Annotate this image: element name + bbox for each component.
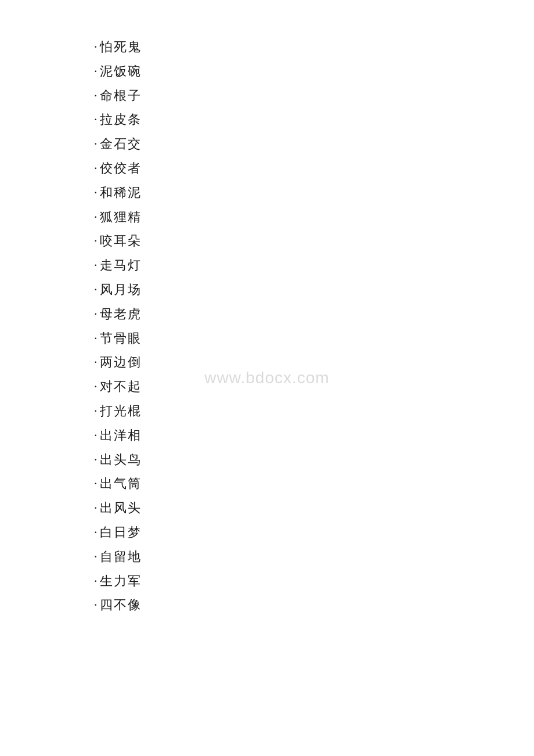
list-item: ·两边倒	[94, 350, 534, 375]
list-item: ·咬耳朵	[94, 229, 534, 253]
bullet-point: ·	[94, 59, 98, 84]
content-list: ·怕死鬼·泥饭碗·命根子·拉皮条·金石交·佼佼者·和稀泥·狐狸精·咬耳朵·走马灯…	[0, 35, 534, 617]
item-text: 佼佼者	[100, 156, 142, 181]
bullet-point: ·	[94, 448, 98, 472]
bullet-point: ·	[94, 375, 98, 399]
bullet-point: ·	[94, 205, 98, 229]
item-text: 咬耳朵	[100, 229, 142, 253]
bullet-point: ·	[94, 84, 98, 108]
bullet-point: ·	[94, 326, 98, 351]
list-item: ·命根子	[94, 84, 534, 108]
item-text: 两边倒	[100, 350, 142, 375]
list-item: ·风月场	[94, 278, 534, 302]
item-text: 节骨眼	[100, 326, 142, 351]
bullet-point: ·	[94, 520, 98, 545]
item-text: 打光棍	[100, 399, 142, 423]
bullet-point: ·	[94, 253, 98, 278]
list-item: ·出风头	[94, 496, 534, 520]
bullet-point: ·	[94, 181, 98, 205]
bullet-point: ·	[94, 496, 98, 520]
item-text: 四不像	[100, 593, 142, 617]
item-text: 金石交	[100, 132, 142, 156]
list-item: ·走马灯	[94, 253, 534, 278]
item-text: 泥饭碗	[100, 59, 142, 84]
bullet-point: ·	[94, 302, 98, 326]
list-item: ·和稀泥	[94, 181, 534, 205]
item-text: 出头鸟	[100, 448, 142, 472]
list-item: ·出气筒	[94, 471, 534, 496]
list-item: ·自留地	[94, 545, 534, 569]
bullet-point: ·	[94, 35, 98, 59]
bullet-point: ·	[94, 132, 98, 156]
item-text: 怕死鬼	[100, 35, 142, 59]
item-text: 走马灯	[100, 253, 142, 278]
item-text: 自留地	[100, 545, 142, 569]
bullet-point: ·	[94, 229, 98, 253]
bullet-point: ·	[94, 593, 98, 617]
item-text: 风月场	[100, 278, 142, 302]
bullet-point: ·	[94, 107, 98, 132]
item-text: 母老虎	[100, 302, 142, 326]
list-item: ·出头鸟	[94, 448, 534, 472]
list-item: ·金石交	[94, 132, 534, 156]
list-item: ·泥饭碗	[94, 59, 534, 84]
bullet-point: ·	[94, 471, 98, 496]
item-text: 生力军	[100, 569, 142, 593]
list-item: ·打光棍	[94, 399, 534, 423]
list-item: ·狐狸精	[94, 205, 534, 229]
page-container: www.bdocx.com ·怕死鬼·泥饭碗·命根子·拉皮条·金石交·佼佼者·和…	[0, 0, 534, 756]
item-text: 出气筒	[100, 471, 142, 496]
item-text: 出洋相	[100, 423, 142, 448]
bullet-point: ·	[94, 156, 98, 181]
list-item: ·佼佼者	[94, 156, 534, 181]
bullet-point: ·	[94, 399, 98, 423]
list-item: ·母老虎	[94, 302, 534, 326]
bullet-point: ·	[94, 569, 98, 593]
list-item: ·节骨眼	[94, 326, 534, 351]
bullet-point: ·	[94, 545, 98, 569]
item-text: 拉皮条	[100, 107, 142, 132]
item-text: 和稀泥	[100, 181, 142, 205]
item-text: 白日梦	[100, 520, 142, 545]
item-text: 对不起	[100, 375, 142, 399]
bullet-point: ·	[94, 423, 98, 448]
list-item: ·出洋相	[94, 423, 534, 448]
item-text: 出风头	[100, 496, 142, 520]
item-text: 狐狸精	[100, 205, 142, 229]
list-item: ·对不起	[94, 375, 534, 399]
item-text: 命根子	[100, 84, 142, 108]
bullet-point: ·	[94, 350, 98, 375]
list-item: ·生力军	[94, 569, 534, 593]
list-item: ·拉皮条	[94, 107, 534, 132]
bullet-point: ·	[94, 278, 98, 302]
list-item: ·四不像	[94, 593, 534, 617]
list-item: ·怕死鬼	[94, 35, 534, 59]
list-item: ·白日梦	[94, 520, 534, 545]
